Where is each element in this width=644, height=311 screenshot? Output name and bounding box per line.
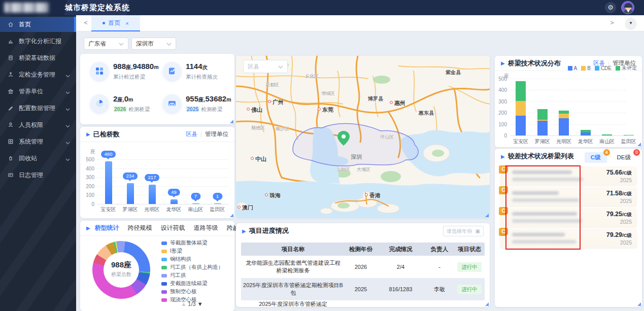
map-region-select[interactable]: 区县	[243, 60, 288, 73]
sidebar-item-org[interactable]: 定检业务管理	[0, 67, 76, 82]
tab-close-icon[interactable]: ×	[125, 20, 128, 26]
donut-legend-item[interactable]: 圬工拱	[161, 271, 223, 280]
report-icon	[163, 62, 181, 80]
sidebar-item-doc[interactable]: 桥梁基础数据	[0, 50, 76, 65]
stacked-bar-column[interactable]: 宝安区	[510, 56, 532, 135]
table-row[interactable]: 龙华能源生态园配套燃气管道建设工程桥梁检测服务20262/4-进行中	[241, 256, 485, 278]
bar-column[interactable]: 1盐田区	[207, 127, 228, 204]
donut-legend-item[interactable]: 圬工拱（有拱上构造）	[161, 263, 223, 271]
grid-line	[510, 135, 626, 136]
chevron-down-icon	[278, 63, 283, 70]
user-avatar[interactable]	[621, 1, 634, 14]
table-row[interactable]: 2025年度深圳市市管桥涵定期检测项目B包2025816/1283李敬进行中	[241, 278, 485, 300]
city-marker-icon	[318, 108, 321, 111]
page-up-icon[interactable]: ▲	[181, 301, 186, 307]
status-badge: 进行中	[457, 285, 482, 294]
stack-segment-未评定	[559, 111, 569, 114]
bridge-type-panel: ▶ 桥型统计跨径规模设计荷载道路等级跨越情况 988座 桥梁总数 等截面整体箱梁…	[80, 221, 234, 311]
resize-handle-icon[interactable]	[485, 302, 489, 306]
stacked-bar-column[interactable]: 南山区	[596, 56, 618, 135]
panel-arrow-icon: ▶	[86, 131, 90, 137]
sidebar-item-grid[interactable]: 系统管理	[0, 134, 76, 149]
score-year: 2025	[620, 177, 632, 183]
city-marker-icon	[390, 101, 393, 104]
stat-value: 1144次	[186, 62, 218, 72]
bar	[127, 183, 134, 204]
donut-legend-item[interactable]: 变截面连续箱梁	[161, 280, 223, 288]
page-down-icon[interactable]: ▼	[197, 301, 203, 307]
resize-handle-icon[interactable]	[230, 214, 233, 217]
tab-跨径规模[interactable]: 跨径规模	[127, 224, 152, 232]
bar-column[interactable]: 7南山区	[185, 127, 207, 204]
map-label-元朗区: 元朗区	[336, 166, 350, 173]
sidebar-item-log[interactable]: 日志管理	[0, 167, 76, 183]
calendar-icon: ▣	[476, 228, 480, 234]
y-tick-label: 300	[82, 175, 94, 180]
map-label-惠东县: 惠东县	[419, 110, 434, 117]
grade-tab-DE级[interactable]: DE级0	[611, 152, 637, 163]
score-year: 2025	[620, 239, 632, 246]
stacked-bar-column[interactable]: 龙华区	[575, 56, 597, 135]
y-axis-unit: 座	[90, 148, 95, 155]
bar	[192, 203, 199, 204]
donut-legend-item[interactable]: 钢结构拱	[161, 255, 223, 263]
tab-桥型统计[interactable]: ▶ 桥型统计	[86, 224, 119, 232]
sidebar-item-bank[interactable]: 管养单位	[0, 84, 76, 99]
bar-column[interactable]: 217光明区	[141, 127, 163, 204]
sidebar-item-person[interactable]: 人员权限	[0, 117, 76, 132]
donut-legend-item[interactable]: I形梁	[161, 247, 223, 255]
tab-collapse-button[interactable]: ▼	[625, 18, 636, 29]
column-header: 负责人	[425, 246, 454, 253]
stat-text: 1144次累计检查频次	[186, 62, 218, 81]
date-placeholder: 请选择年份	[447, 228, 472, 235]
tab-home[interactable]: 首页 ×	[91, 15, 140, 31]
x-axis-label: 宝安区	[510, 138, 532, 145]
tab-scroll-right-icon[interactable]: >	[607, 19, 617, 28]
resize-handle-icon[interactable]	[637, 143, 641, 146]
city-select[interactable]: 深圳市	[131, 38, 176, 50]
bar-value-badge: 7	[191, 193, 200, 200]
map-label-珠海: 珠海	[269, 192, 281, 199]
province-select[interactable]: 广东省	[84, 38, 128, 50]
stacked-bar-column[interactable]: 光明区	[553, 56, 575, 135]
top-bar: 城市桥梁定检系统 ⚙	[0, 0, 644, 15]
settings-gear-icon[interactable]: ⚙	[605, 2, 616, 13]
donut-legend-item[interactable]: 等截面整体箱梁	[161, 239, 223, 247]
avatar-hair	[624, 3, 632, 8]
tab-scroll-left-icon[interactable]: <	[81, 19, 90, 28]
tab-设计荷载[interactable]: 设计荷载	[160, 224, 185, 232]
bar-column[interactable]: 49龙华区	[163, 127, 185, 204]
resize-handle-icon[interactable]	[485, 214, 489, 217]
legend-pagination: ▲ 1/3 ▼	[161, 301, 222, 307]
app-title: 城市桥梁定检系统	[65, 3, 130, 13]
y-tick-label: 200	[495, 110, 507, 116]
y-tick-label: 200	[82, 184, 94, 189]
stacked-bar-column[interactable]: 罗湖区	[532, 56, 554, 135]
sidebar-item-home[interactable]: 首页	[0, 17, 76, 32]
tab-道路等级[interactable]: 道路等级	[193, 224, 218, 232]
sidebar-item-pen[interactable]: 配置数据管理	[0, 100, 76, 116]
stat-value-seg: 0	[124, 94, 128, 103]
panel-title: 项目进度情况	[249, 226, 289, 235]
sidebar-item-trash[interactable]: 回收站	[0, 151, 76, 166]
sidebar-item-chart[interactable]: 数字化分析汇报	[0, 33, 76, 49]
resize-handle-icon[interactable]	[637, 302, 641, 306]
stat-label: 累计检过桥梁	[113, 74, 159, 81]
resize-handle-icon[interactable]	[230, 120, 233, 123]
donut-total-sub: 桥梁总数	[92, 271, 150, 278]
stat-year-chip: 2026	[113, 106, 127, 112]
x-axis-label: 光明区	[553, 138, 575, 145]
year-date-picker[interactable]: 请选择年份 ▣	[443, 226, 484, 236]
donut-legend-item[interactable]: 预制空心板	[161, 288, 223, 296]
sidebar-item-label: 桥梁基础数据	[19, 54, 55, 62]
map-label-紫金县: 紫金县	[446, 69, 461, 76]
bar-column[interactable]: 234罗湖区	[119, 127, 141, 204]
grade-tab-C级[interactable]: C级4	[585, 152, 607, 163]
table-row[interactable]: 2025年度深圳市市管桥涵定	[241, 300, 485, 307]
stacked-bar-column[interactable]: 盐田区	[618, 56, 640, 135]
bar	[105, 161, 112, 204]
pie-icon	[90, 94, 109, 113]
city-marker-icon	[268, 100, 271, 103]
bar-column[interactable]: 480宝安区	[97, 127, 119, 204]
redacted-logo	[4, 3, 49, 13]
